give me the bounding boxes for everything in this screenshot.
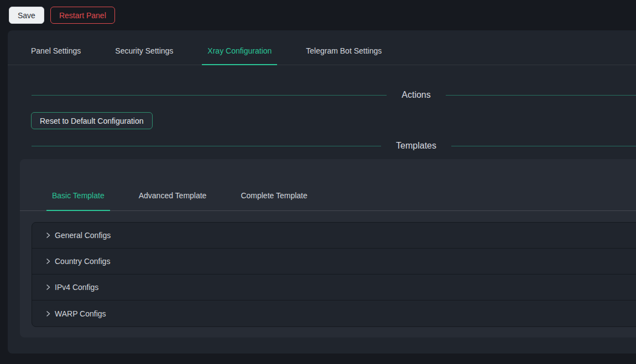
tab-telegram-bot-settings[interactable]: Telegram Bot Settings bbox=[306, 46, 382, 65]
chevron-right-icon bbox=[45, 310, 51, 317]
actions-divider: Actions bbox=[32, 90, 636, 100]
chevron-right-icon bbox=[45, 232, 51, 239]
template-tabbar: Basic Template Advanced Template Complet… bbox=[20, 159, 636, 211]
settings-tabbar: Panel Settings Security Settings Xray Co… bbox=[8, 30, 636, 65]
templates-divider-label: Templates bbox=[396, 141, 436, 151]
reset-default-config-button[interactable]: Reset to Default Configuration bbox=[31, 112, 153, 129]
restart-panel-button[interactable]: Restart Panel bbox=[50, 7, 115, 24]
tab-xray-configuration[interactable]: Xray Configuration bbox=[207, 46, 272, 65]
tab-security-settings[interactable]: Security Settings bbox=[115, 46, 173, 65]
templates-card: Basic Template Advanced Template Complet… bbox=[20, 159, 636, 337]
collapse-item-label: WARP Configs bbox=[55, 309, 106, 318]
collapse-item-label: General Configs bbox=[55, 231, 111, 240]
collapse-item-label: IPv4 Configs bbox=[55, 283, 98, 292]
settings-panel: Panel Settings Security Settings Xray Co… bbox=[8, 30, 636, 354]
configs-collapse: General Configs Country Configs IPv4 Con… bbox=[32, 222, 636, 327]
save-button[interactable]: Save bbox=[9, 7, 44, 24]
tab-complete-template[interactable]: Complete Template bbox=[241, 191, 307, 210]
collapse-item-ipv4-configs[interactable]: IPv4 Configs bbox=[32, 275, 636, 300]
chevron-right-icon bbox=[45, 258, 51, 265]
collapse-item-warp-configs[interactable]: WARP Configs bbox=[32, 300, 636, 326]
top-toolbar: Save Restart Panel bbox=[0, 0, 636, 30]
collapse-item-general-configs[interactable]: General Configs bbox=[32, 223, 636, 249]
tab-basic-template[interactable]: Basic Template bbox=[52, 191, 105, 210]
templates-divider: Templates bbox=[32, 141, 636, 151]
collapse-item-label: Country Configs bbox=[55, 257, 110, 266]
actions-divider-label: Actions bbox=[402, 90, 430, 100]
collapse-item-country-configs[interactable]: Country Configs bbox=[32, 249, 636, 275]
tab-panel-settings[interactable]: Panel Settings bbox=[31, 46, 81, 65]
tab-advanced-template[interactable]: Advanced Template bbox=[139, 191, 207, 210]
chevron-right-icon bbox=[45, 284, 51, 291]
